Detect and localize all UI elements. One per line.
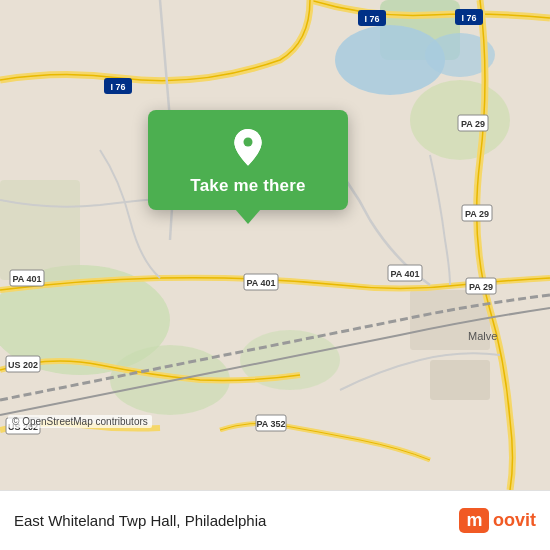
svg-text:I 76: I 76 xyxy=(461,13,476,23)
map-attribution: © OpenStreetMap contributors xyxy=(8,415,152,428)
svg-text:PA 352: PA 352 xyxy=(256,419,285,429)
svg-text:I 76: I 76 xyxy=(110,82,125,92)
moovit-logo: m oovit xyxy=(459,508,536,533)
location-pin-icon xyxy=(229,128,267,166)
popup-label: Take me there xyxy=(190,176,305,196)
svg-text:US 202: US 202 xyxy=(8,360,38,370)
location-label: East Whiteland Twp Hall, Philadelphia xyxy=(14,512,459,529)
svg-rect-8 xyxy=(0,180,80,280)
svg-text:I 76: I 76 xyxy=(364,14,379,24)
svg-text:PA 29: PA 29 xyxy=(461,119,485,129)
svg-text:PA 29: PA 29 xyxy=(469,282,493,292)
svg-text:PA 401: PA 401 xyxy=(390,269,419,279)
map-background: I 76 I 76 I 76 PA 401 PA 401 PA 29 PA 29… xyxy=(0,0,550,490)
svg-point-38 xyxy=(243,138,252,147)
svg-rect-10 xyxy=(430,360,490,400)
moovit-brand-text: oovit xyxy=(493,510,536,531)
moovit-m-badge: m xyxy=(459,508,489,533)
svg-text:PA 401: PA 401 xyxy=(246,278,275,288)
popup-card[interactable]: Take me there xyxy=(148,110,348,210)
svg-text:Malve: Malve xyxy=(468,330,497,342)
svg-text:PA 401: PA 401 xyxy=(12,274,41,284)
bottom-bar: East Whiteland Twp Hall, Philadelphia m … xyxy=(0,490,550,550)
svg-text:PA 29: PA 29 xyxy=(465,209,489,219)
